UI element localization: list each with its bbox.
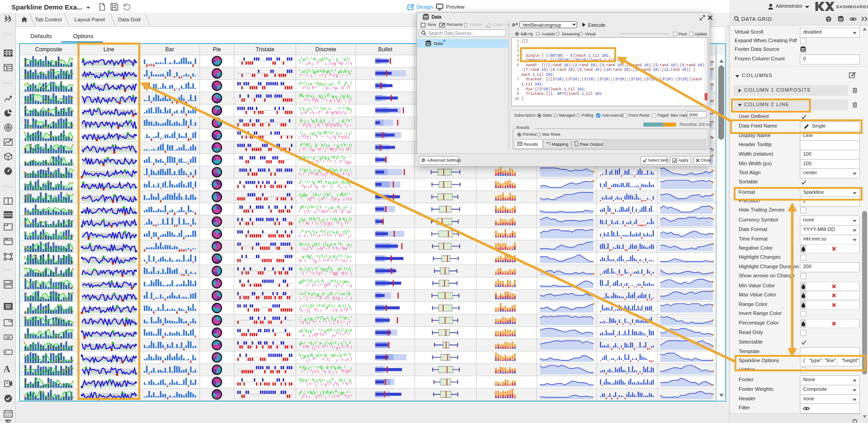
- svg-text:?: ?: [827, 17, 830, 22]
- svg-text:Line: Line: [103, 46, 114, 53]
- svg-text:Pie: Pie: [213, 46, 221, 53]
- svg-text:Composite: Composite: [35, 46, 62, 53]
- svg-text:Tristate: Tristate: [255, 46, 274, 53]
- svg-text:Discrete: Discrete: [315, 46, 336, 53]
- svg-text:OK: OK: [6, 336, 11, 339]
- svg-text:Bar: Bar: [165, 46, 174, 53]
- svg-text:Bullet: Bullet: [378, 46, 392, 53]
